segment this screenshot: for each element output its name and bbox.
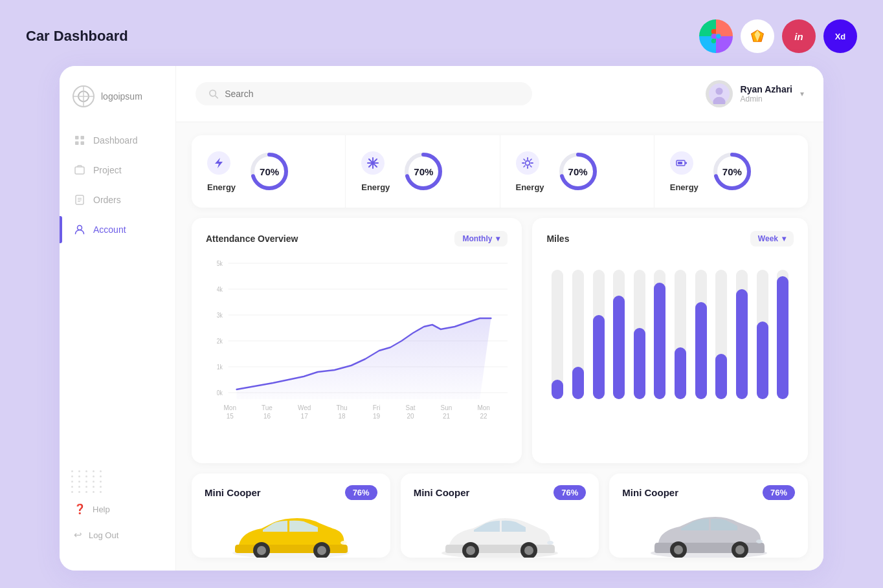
search-icon bbox=[208, 89, 218, 99]
miles-filter[interactable]: Week ▾ bbox=[750, 231, 794, 246]
svg-text:0k: 0k bbox=[217, 389, 223, 397]
bar-fg bbox=[634, 328, 645, 399]
dot-pattern: for(let i=0;i<25;i++) document.write('<d… bbox=[71, 470, 104, 493]
car-img-area-1 bbox=[401, 509, 599, 558]
car-card-header-0: Mini Cooper 76% bbox=[205, 485, 377, 500]
sidebar: logoipsum Dashboard bbox=[60, 66, 176, 571]
svg-point-32 bbox=[525, 160, 530, 165]
bar-col-10 bbox=[754, 257, 771, 399]
car-badge-2: 76% bbox=[763, 485, 795, 500]
sidebar-label-account: Account bbox=[93, 224, 126, 235]
car-card-2[interactable]: Mini Cooper 76% bbox=[609, 474, 808, 558]
metric-icon-2 bbox=[516, 151, 539, 175]
account-icon bbox=[74, 224, 85, 235]
sidebar-item-account[interactable]: Account bbox=[60, 216, 175, 243]
sidebar-bottom: ❓ Help ↩ Log Out bbox=[60, 486, 175, 558]
miles-chart-header: Miles Week ▾ bbox=[546, 231, 794, 246]
bar-col-4 bbox=[631, 257, 648, 399]
svg-text:4k: 4k bbox=[217, 286, 223, 293]
x-label-4: Fri19 bbox=[373, 404, 381, 420]
attendance-filter[interactable]: Monthly ▾ bbox=[454, 231, 508, 246]
car-white-svg bbox=[435, 509, 564, 558]
metric-icon-1 bbox=[361, 151, 385, 175]
svg-point-68 bbox=[466, 546, 475, 555]
metric-label-3: Energy bbox=[670, 182, 699, 192]
bar-col-7 bbox=[693, 257, 710, 399]
xd-icon-btn[interactable]: Xd bbox=[823, 19, 857, 53]
user-role: Admin bbox=[741, 94, 792, 103]
bar-fg bbox=[675, 347, 686, 399]
logo-icon bbox=[73, 85, 95, 107]
car-name-2: Mini Cooper bbox=[622, 487, 678, 498]
bar-col-3 bbox=[610, 257, 627, 399]
svg-point-22 bbox=[715, 87, 722, 94]
metric-card-0[interactable]: Energy 70% bbox=[192, 135, 346, 208]
svg-text:2k: 2k bbox=[217, 338, 223, 345]
sidebar-label-project: Project bbox=[93, 165, 122, 175]
bar-fg bbox=[552, 380, 563, 399]
line-chart-svg: 5k 4k 3k 2k 1k 0k bbox=[206, 257, 508, 399]
svg-point-62 bbox=[257, 546, 266, 555]
project-icon bbox=[74, 164, 85, 176]
invision-icon-btn[interactable]: in bbox=[782, 19, 816, 53]
bar-fg bbox=[593, 315, 605, 399]
metric-card-2[interactable]: Energy 70% bbox=[500, 135, 654, 208]
x-label-5: Sat20 bbox=[405, 404, 415, 420]
user-area[interactable]: Ryan Azhari Admin ▾ bbox=[706, 80, 804, 107]
donut-2: 70% bbox=[555, 148, 601, 195]
help-label: Help bbox=[93, 505, 110, 514]
svg-point-71 bbox=[547, 541, 553, 545]
toolbar-icons: in Xd bbox=[699, 19, 857, 53]
car-card-1[interactable]: Mini Cooper 76% bbox=[401, 474, 599, 558]
car-img-area-0 bbox=[192, 509, 390, 558]
car-img-area-2 bbox=[609, 509, 808, 558]
snowflake-icon bbox=[367, 157, 379, 169]
svg-point-77 bbox=[756, 539, 763, 543]
car-badge-1: 76% bbox=[553, 485, 586, 500]
figma-icon-btn[interactable] bbox=[699, 19, 733, 53]
svg-text:1k: 1k bbox=[217, 364, 223, 371]
donut-text-3: 70% bbox=[722, 166, 742, 177]
logo-area: logoipsum bbox=[60, 85, 175, 127]
svg-rect-9 bbox=[75, 136, 79, 140]
logout-item[interactable]: ↩ Log Out bbox=[74, 525, 161, 545]
donut-text-1: 70% bbox=[414, 166, 433, 177]
dashboard-container: logoipsum Dashboard bbox=[60, 66, 823, 571]
help-item[interactable]: ❓ Help bbox=[74, 499, 161, 519]
donut-text-0: 70% bbox=[260, 166, 279, 177]
svg-point-64 bbox=[317, 546, 326, 555]
car-name-1: Mini Cooper bbox=[414, 487, 470, 498]
x-axis-labels: Mon15 Tue16 Wed17 Thu18 Fri19 Sat20 Sun2… bbox=[206, 404, 508, 420]
metric-left-3: Energy bbox=[670, 151, 699, 192]
metric-left-2: Energy bbox=[516, 151, 544, 192]
bar-fg bbox=[613, 296, 625, 399]
bar-fg bbox=[736, 289, 748, 399]
sidebar-item-project[interactable]: Project bbox=[60, 157, 175, 184]
car-card-0[interactable]: Mini Cooper 76% bbox=[192, 474, 390, 558]
nav-items: Dashboard Project bbox=[60, 127, 175, 486]
search-box[interactable] bbox=[196, 82, 532, 105]
sketch-icon-btn[interactable] bbox=[741, 19, 774, 53]
metric-icon-3 bbox=[670, 151, 693, 175]
avatar bbox=[706, 80, 733, 107]
svg-rect-13 bbox=[75, 167, 84, 174]
search-input[interactable] bbox=[225, 89, 519, 99]
metric-card-3[interactable]: Energy 70% bbox=[654, 135, 808, 208]
help-icon: ❓ bbox=[74, 503, 86, 515]
svg-line-38 bbox=[530, 166, 531, 167]
logo-text: logoipsum bbox=[101, 91, 142, 102]
bar-chart bbox=[546, 257, 794, 399]
metrics-row: Energy 70% bbox=[192, 135, 808, 208]
car-card-header-2: Mini Cooper 76% bbox=[622, 485, 795, 500]
logout-label: Log Out bbox=[89, 530, 118, 540]
bar-fg bbox=[757, 321, 768, 399]
sidebar-item-dashboard[interactable]: Dashboard bbox=[60, 127, 175, 154]
metric-card-1[interactable]: Energy 70% bbox=[346, 135, 500, 208]
user-info: Ryan Azhari Admin bbox=[741, 84, 792, 103]
page-header: Car Dashboard in Xd bbox=[13, 13, 870, 66]
svg-point-65 bbox=[341, 541, 347, 545]
bar-fg bbox=[715, 354, 727, 399]
svg-point-70 bbox=[524, 546, 533, 555]
bar-col-1 bbox=[570, 257, 587, 399]
sidebar-item-orders[interactable]: Orders bbox=[60, 186, 175, 213]
